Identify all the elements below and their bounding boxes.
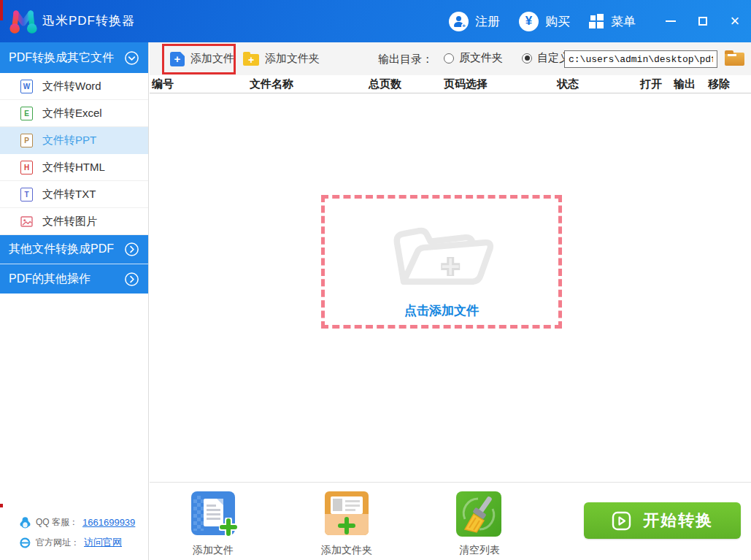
close-button[interactable]: × (719, 0, 751, 42)
sidebar: PDF转换成其它文件 W 文件转Word E 文件转Excel P 文件转PPT… (0, 42, 149, 560)
sidebar-section-pdf-other-ops[interactable]: PDF的其他操作 (0, 264, 148, 294)
image-icon (20, 216, 33, 227)
radio-circle-icon (444, 53, 454, 64)
click-add-file-dropzone[interactable]: 点击添加文件 (321, 195, 562, 329)
menu-button[interactable]: 菜单 (589, 13, 636, 30)
radio-circle-icon (522, 53, 532, 64)
col-status: 状态 (557, 77, 579, 91)
clear-list-label: 清空列表 (439, 544, 520, 557)
sidebar-item-pdf-to-txt[interactable]: T 文件转TXT (0, 181, 148, 208)
top-toolbar: + 添加文件 + 添加文件夹 输出目录： 原文件夹 自定义 (150, 42, 751, 75)
chevron-right-circle-icon (124, 272, 139, 287)
clear-list-button[interactable] (456, 491, 501, 537)
sidebar-section-pdf-to-other[interactable]: PDF转换成其它文件 (0, 42, 148, 73)
sidebar-item-pdf-to-excel[interactable]: E 文件转Excel (0, 100, 148, 127)
col-filename: 文件名称 (250, 77, 293, 91)
radio-original-folder[interactable]: 原文件夹 (444, 51, 503, 65)
qq-service-label: QQ 客服： (36, 516, 78, 529)
ie-browser-icon (19, 537, 31, 549)
start-convert-label: 开始转换 (643, 510, 713, 532)
minimize-icon (666, 20, 676, 22)
official-site-label: 官方网址： (36, 537, 80, 549)
green-plus-icon (337, 516, 356, 535)
col-page-select: 页码选择 (444, 77, 488, 91)
col-open: 打开 (640, 77, 662, 91)
maximize-icon (698, 17, 707, 26)
file-list-area: 点击添加文件 (150, 93, 751, 482)
screen-edge-artifact (0, 0, 3, 20)
maximize-button[interactable] (687, 0, 719, 42)
excel-doc-icon: E (20, 107, 33, 120)
html-doc-icon: H (20, 161, 33, 174)
sidebar-section-other-to-pdf[interactable]: 其他文件转换成PDF (0, 235, 148, 264)
screen-edge-artifact (0, 504, 3, 507)
support-info: QQ 客服： 1661699939 官方网址： 访问官网 (0, 513, 149, 553)
col-output: 输出 (674, 77, 696, 91)
sidebar-item-pdf-to-word[interactable]: W 文件转Word (0, 73, 148, 100)
app-logo-icon (7, 7, 39, 36)
output-path-input[interactable] (564, 50, 717, 68)
minimize-button[interactable] (655, 0, 687, 42)
broom-icon (456, 491, 501, 537)
dropzone-hint: 点击添加文件 (325, 302, 558, 319)
col-total-pages: 总页数 (369, 77, 401, 91)
bottom-toolbar: 添加文件 添加文件夹 (150, 482, 751, 560)
add-file-icon: + (170, 52, 185, 66)
window-titlebar: 迅米PDF转换器 + 注册 ¥ 购买 菜单 (0, 0, 751, 42)
buy-label: 购买 (545, 13, 570, 30)
col-remove: 移除 (708, 77, 730, 91)
qq-number-link[interactable]: 1661699939 (82, 517, 135, 528)
official-site-link[interactable]: 访问官网 (84, 536, 122, 549)
open-folder-icon (380, 206, 503, 299)
grid-menu-icon (589, 14, 604, 29)
browse-folder-button[interactable] (725, 50, 744, 66)
add-folder-big-button[interactable] (325, 491, 369, 535)
app-title: 迅米PDF转换器 (42, 12, 135, 29)
sidebar-item-pdf-to-image[interactable]: 文件转图片 (0, 208, 148, 235)
start-convert-button[interactable]: 开始转换 (584, 502, 741, 539)
qq-icon (19, 516, 31, 529)
user-add-icon: + (449, 12, 469, 31)
add-folder-button[interactable]: + 添加文件夹 (243, 42, 320, 75)
play-icon (612, 511, 631, 531)
app-window: 迅米PDF转换器 + 注册 ¥ 购买 菜单 (0, 0, 751, 560)
add-file-big-button[interactable] (191, 491, 235, 535)
buy-button[interactable]: ¥ 购买 (519, 12, 570, 31)
add-file-big-label: 添加文件 (173, 544, 253, 557)
green-plus-icon (219, 518, 238, 537)
sidebar-item-pdf-to-html[interactable]: H 文件转HTML (0, 154, 148, 181)
col-number: 编号 (152, 77, 174, 91)
sidebar-item-pdf-to-ppt[interactable]: P 文件转PPT (0, 127, 148, 154)
output-dir-label: 输出目录： (378, 53, 433, 66)
add-file-button[interactable]: + 添加文件 (170, 42, 234, 75)
file-table-header: 编号 文件名称 总页数 页码选择 状态 打开 输出 移除 (150, 75, 751, 93)
chevron-right-circle-icon (124, 242, 139, 257)
chevron-down-circle-icon (124, 50, 139, 66)
ppt-doc-icon: P (20, 134, 33, 147)
add-folder-icon: + (243, 54, 259, 66)
yen-icon: ¥ (519, 12, 539, 31)
main-area: + 添加文件 + 添加文件夹 输出目录： 原文件夹 自定义 (150, 42, 751, 560)
menu-label: 菜单 (611, 13, 636, 30)
close-icon: × (731, 13, 740, 29)
register-button[interactable]: + 注册 (449, 12, 500, 31)
radio-custom-folder[interactable]: 自定义 (522, 51, 570, 65)
add-folder-big-label: 添加文件夹 (307, 544, 387, 557)
folder-paper-icon (331, 496, 363, 514)
register-label: 注册 (475, 13, 500, 30)
txt-doc-icon: T (20, 188, 33, 202)
word-doc-icon: W (20, 80, 33, 93)
